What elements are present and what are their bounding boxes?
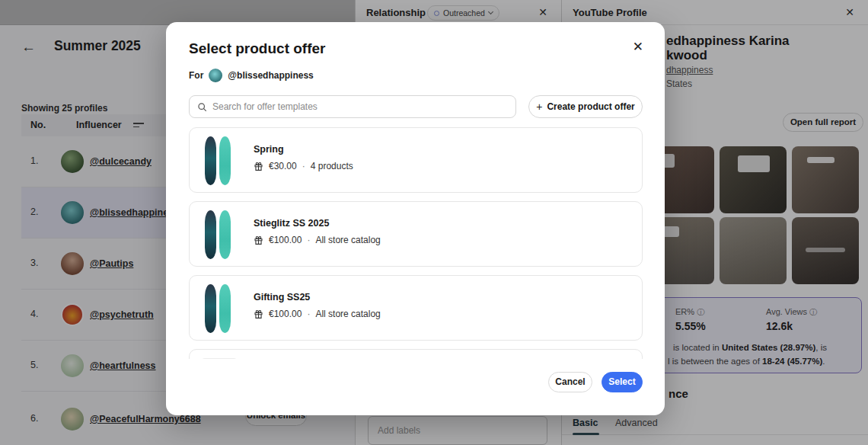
select-button[interactable]: Select [602,372,643,392]
dot-separator: · [307,235,310,245]
offer-scope: All store catalog [315,235,380,245]
offer-card[interactable]: Spring €30.00 · 4 products [189,127,643,193]
offer-meta: €30.00 · 4 products [254,161,353,171]
offer-price: €100.00 [269,235,302,245]
select-product-offer-modal: Select product offer ✕ For @blissedhappi… [166,22,665,415]
offer-price: €30.00 [269,161,297,171]
offer-scope: All store catalog [315,309,380,319]
offer-name: Spring [254,144,284,155]
product-image [202,210,237,259]
close-icon[interactable]: ✕ [633,39,643,55]
offer-scope: 4 products [311,161,353,171]
gift-icon [254,309,263,319]
offer-search-input[interactable] [212,101,508,112]
create-product-offer-button[interactable]: + Create product offer [528,95,643,118]
offer-meta: €100.00 · All store catalog [254,235,381,245]
avatar [209,69,222,82]
gift-icon [254,162,263,171]
offer-list: Spring €30.00 · 4 products Stieglitz SS … [189,127,643,359]
for-label: For [189,70,203,81]
offer-card[interactable]: Stieglitz SS 2025 €100.00 · All store ca… [189,201,643,267]
modal-title: Select product offer [189,40,325,57]
cancel-button[interactable]: Cancel [548,372,592,392]
dot-separator: · [302,161,305,171]
search-icon [197,102,207,112]
product-image [202,136,237,185]
offer-name: Gifting SS25 [254,292,310,303]
modal-for-row: For @blissedhappiness [189,69,314,82]
offer-card[interactable]: Gifting SS25 €100.00 · All store catalog [189,275,643,341]
product-image-placeholder [202,358,237,359]
for-handle: @blissedhappiness [228,70,313,81]
gift-icon [254,235,263,245]
offer-meta: €100.00 · All store catalog [254,309,381,319]
plus-icon: + [536,101,542,113]
app-screen: ← Summer 2025 Showing 25 profiles No. In… [0,0,868,445]
offer-name: Stieglitz SS 2025 [254,218,329,229]
product-image [202,284,237,333]
dot-separator: · [307,309,310,319]
offer-card-partial[interactable] [189,349,643,359]
offer-price: €100.00 [269,309,302,319]
offer-search-box [189,95,516,118]
